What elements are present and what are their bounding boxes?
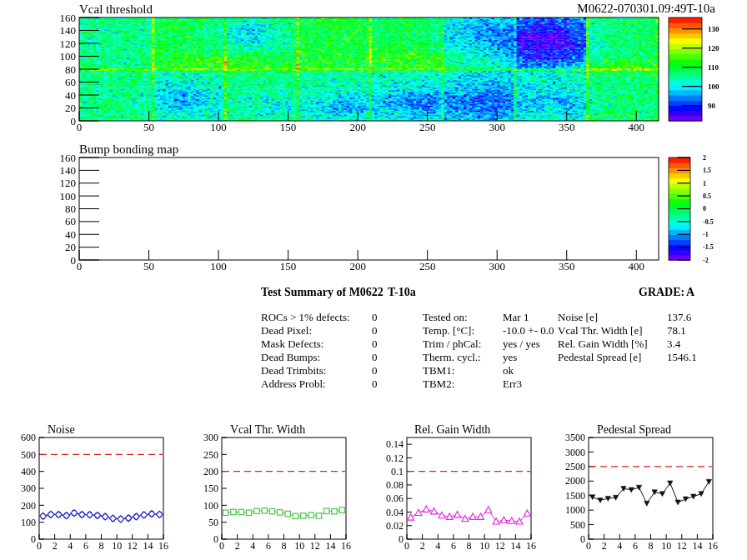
x-tick-label: 150 (280, 121, 297, 133)
cond-value-tbm2: Err3 (503, 378, 522, 391)
colorbar-tick-label: 120 (708, 44, 719, 52)
colorbar-band (669, 239, 690, 245)
data-marker (629, 488, 634, 492)
x-tick-label: 2 (53, 540, 58, 552)
colorbar-band (669, 22, 702, 28)
x-tick-label: 8 (99, 540, 104, 552)
y-tick-label: 100 (60, 50, 77, 62)
data-marker (254, 508, 259, 513)
cond-label-tested: Tested on: (423, 311, 468, 324)
colorbar-band (669, 100, 702, 106)
data-marker (524, 510, 530, 516)
x-tick-label: 16 (341, 540, 351, 552)
data-marker (125, 515, 132, 522)
colorbar-tick-label: -0.5 (703, 218, 714, 226)
data-marker (339, 508, 344, 512)
data-marker (293, 513, 298, 518)
y-tick-label: 0 (31, 533, 36, 545)
x-tick-label: 12 (128, 540, 138, 552)
data-marker (63, 512, 70, 519)
heatmap-title: Vcal threshold (79, 2, 153, 17)
plot-frame (79, 18, 659, 121)
grade-value: A (686, 286, 694, 299)
cond-label-therm: Therm. cycl.: (423, 351, 481, 364)
y-tick-label: 400 (21, 466, 36, 478)
colorbar-band (669, 53, 702, 59)
x-tick-label: 350 (559, 260, 575, 272)
colorbar-tick-label: -1.5 (703, 243, 714, 251)
x-tick-label: 16 (708, 540, 718, 552)
pedestal-plot-title: Pedestal Spread (597, 423, 671, 437)
y-tick-label: 120 (60, 177, 77, 189)
data-marker (109, 515, 116, 522)
y-tick-label: 120 (60, 38, 77, 50)
data-marker (301, 513, 306, 518)
data-marker (55, 512, 62, 518)
metric-value-gain-width: 3.4 (667, 338, 680, 351)
summary-subtitle: T-10a (388, 286, 416, 299)
x-tick-label: 50 (143, 260, 154, 272)
colorbar-band (669, 38, 702, 44)
y-tick-label: 0 (71, 115, 77, 128)
colorbar-band (669, 33, 702, 39)
defect-value-address: 0 (372, 378, 378, 391)
data-marker (141, 512, 148, 518)
data-marker (78, 512, 85, 518)
colorbar-tick-label: -2 (703, 257, 709, 264)
x-tick-label: 350 (559, 121, 575, 133)
data-marker (148, 511, 155, 518)
data-marker (316, 513, 321, 518)
y-tick-label: 40 (65, 228, 76, 241)
plot-frame (79, 158, 659, 260)
data-marker (675, 500, 680, 505)
x-tick-label: 6 (83, 540, 88, 552)
data-marker (308, 512, 313, 518)
data-marker (699, 492, 704, 497)
x-tick-label: 50 (143, 121, 154, 133)
data-marker (485, 507, 492, 512)
metric-label-noise: Noise [e] (558, 311, 598, 324)
grade-label: GRADE: (639, 286, 684, 299)
colorbar-band (669, 250, 690, 256)
colorbar-tick-label: -1 (703, 231, 709, 238)
y-tick-label: 0.1 (391, 466, 404, 478)
colorbar-band (669, 162, 690, 168)
metric-value-pedestal: 1546.1 (667, 351, 697, 364)
data-marker (246, 510, 251, 515)
y-tick-label: 250 (203, 449, 218, 461)
x-tick-label: 300 (489, 121, 505, 133)
y-tick-label: 60 (65, 76, 76, 88)
data-marker (71, 510, 78, 517)
colorbar-band (669, 209, 690, 215)
colorbar-band (669, 172, 690, 178)
colorbar-tick-label: 90 (708, 102, 716, 110)
y-tick-label: 0.14 (386, 438, 404, 450)
x-tick-label: 0 (37, 540, 42, 552)
data-marker (589, 495, 594, 500)
data-marker (94, 512, 101, 519)
data-marker (87, 512, 93, 518)
data-marker (706, 479, 711, 484)
data-marker (48, 511, 54, 518)
y-tick-label: 140 (60, 24, 77, 37)
data-marker (644, 501, 649, 506)
x-tick-label: 12 (495, 540, 505, 552)
defect-value-mask: 0 (372, 338, 378, 351)
data-marker (238, 509, 243, 514)
colorbar-tick-label: 0.5 (703, 192, 711, 200)
gain-width-plot-title: Rel. Gain Width (414, 423, 490, 437)
metric-label-gain-width: Rel. Gain Width [%] (558, 338, 648, 351)
summary-title: Test Summary of M0622 (261, 286, 384, 299)
colorbar-band (669, 183, 690, 189)
colorbar-band (669, 48, 702, 54)
x-tick-label: 14 (692, 540, 702, 552)
y-tick-label: 600 (21, 432, 36, 443)
colorbar-tick-label: 2 (703, 154, 706, 162)
colorbar-band (669, 111, 702, 117)
y-tick-label: 0 (71, 254, 77, 267)
data-marker (269, 508, 274, 513)
colorbar-band (669, 198, 690, 204)
x-tick-label: 2 (420, 540, 425, 552)
data-marker (439, 512, 445, 518)
x-tick-label: 4 (435, 540, 440, 552)
